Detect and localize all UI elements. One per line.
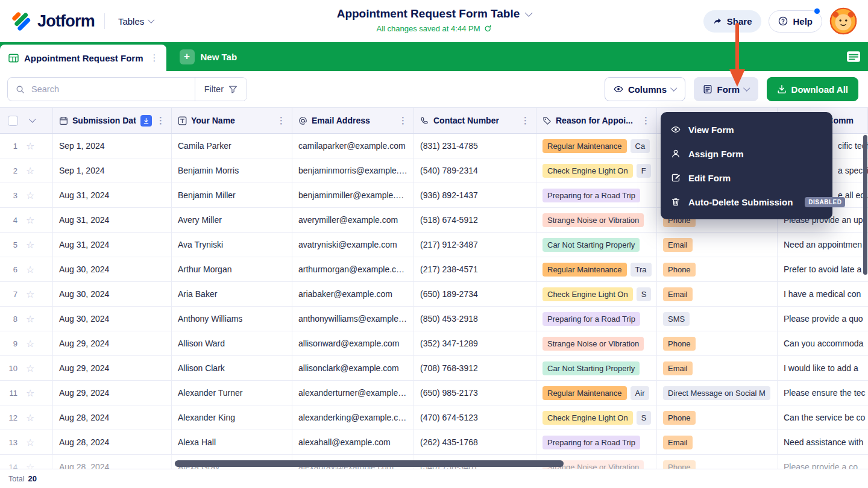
submission-date-cell[interactable]: Aug 28, 2024 <box>53 405 172 430</box>
row-handle-cell[interactable]: 10☆ <box>0 356 53 380</box>
email-cell[interactable]: averymiller@example.com <box>292 208 414 232</box>
contact-number-cell[interactable]: (518) 674-5912 <box>414 208 536 232</box>
search-input[interactable] <box>30 84 195 95</box>
column-header-your-name[interactable]: Your Name⋮ <box>172 108 292 133</box>
form-button[interactable]: Form <box>694 77 758 101</box>
your-name-cell[interactable]: Alexander King <box>172 405 292 430</box>
submission-date-cell[interactable]: Aug 28, 2024 <box>53 455 172 469</box>
your-name-cell[interactable]: Allison Ward <box>172 331 292 355</box>
row-handle-cell[interactable]: 13☆ <box>0 430 53 454</box>
row-handle-cell[interactable]: 9☆ <box>0 331 53 355</box>
star-icon[interactable]: ☆ <box>26 461 34 469</box>
reason-cell[interactable]: Car Not Starting Properly <box>536 233 657 257</box>
contact-number-cell[interactable]: (217) 912-3487 <box>414 233 536 257</box>
reason-cell[interactable]: Check Engine Light OnF <box>536 158 657 183</box>
contact-number-cell[interactable]: (708) 768-3912 <box>414 356 536 380</box>
comments-cell[interactable]: I have a medical con <box>778 282 868 306</box>
column-header-email-address[interactable]: Email Address⋮ <box>292 108 414 133</box>
column-header-submission-date[interactable]: Submission Date⋮ <box>53 108 172 133</box>
column-menu-icon[interactable]: ⋮ <box>398 115 407 126</box>
table-row-10[interactable]: 10☆Aug 29, 2024Allison Clarkallisonclark… <box>0 356 868 381</box>
your-name-cell[interactable]: Arthur Morgan <box>172 257 292 281</box>
contact-number-cell[interactable]: (217) 238-4571 <box>414 257 536 281</box>
column-header-contact-number[interactable]: Contact Number⋮ <box>414 108 536 133</box>
star-icon[interactable]: ☆ <box>26 387 34 399</box>
star-icon[interactable]: ☆ <box>26 289 34 300</box>
row-handle-cell[interactable]: 8☆ <box>0 307 53 331</box>
submission-date-cell[interactable]: Sep 1, 2024 <box>53 134 172 158</box>
vertical-scrollbar[interactable] <box>863 135 867 275</box>
contact-method-cell[interactable]: Email <box>657 282 778 306</box>
contact-method-cell[interactable]: Email <box>657 356 778 380</box>
reason-cell[interactable]: Preparing for a Road Trip <box>536 183 657 207</box>
comments-cell[interactable]: Please provide a co <box>778 455 868 469</box>
contact-number-cell[interactable]: (936) 892-1437 <box>414 183 536 207</box>
your-name-cell[interactable]: Ava Tryniski <box>172 233 292 257</box>
contact-number-cell[interactable]: (850) 453-2918 <box>414 307 536 331</box>
form-menu-item-view-form[interactable]: View Form <box>661 117 832 142</box>
star-icon[interactable]: ☆ <box>26 190 34 201</box>
sheet-list-button[interactable] <box>846 50 861 63</box>
table-row-8[interactable]: 8☆Aug 30, 2024Anthony Williamsanthonywil… <box>0 307 868 331</box>
reason-cell[interactable]: Check Engine Light OnS <box>536 405 657 430</box>
contact-number-cell[interactable]: (540) 789-2314 <box>414 158 536 183</box>
your-name-cell[interactable]: Benjamin Morris <box>172 158 292 183</box>
row-handle-cell[interactable]: 7☆ <box>0 282 53 306</box>
star-icon[interactable]: ☆ <box>26 239 34 251</box>
email-cell[interactable]: anthonywilliams@example.com <box>292 307 414 331</box>
tab-appointment-request-form[interactable]: Appointment Request Form ⋮ <box>0 45 166 71</box>
contact-number-cell[interactable]: (650) 985-2173 <box>414 381 536 405</box>
email-cell[interactable]: allisonclark@example.com <box>292 356 414 380</box>
your-name-cell[interactable]: Camila Parker <box>172 134 292 158</box>
sort-indicator-icon[interactable] <box>140 115 152 127</box>
row-handle-cell[interactable]: 1☆ <box>0 134 53 158</box>
download-all-button[interactable]: Download All <box>767 77 858 101</box>
email-cell[interactable]: ariabaker@example.com <box>292 282 414 306</box>
table-row-12[interactable]: 12☆Aug 28, 2024Alexander Kingalexanderki… <box>0 405 868 430</box>
reason-cell[interactable]: Preparing for a Road Trip <box>536 430 657 454</box>
contact-method-cell[interactable]: SMS <box>657 307 778 331</box>
comments-cell[interactable]: Can you accommoda <box>778 331 868 355</box>
email-cell[interactable]: avatryniski@example.com <box>292 233 414 257</box>
contact-method-cell[interactable]: Phone <box>657 455 778 469</box>
submission-date-cell[interactable]: Aug 29, 2024 <box>53 331 172 355</box>
submission-date-cell[interactable]: Aug 30, 2024 <box>53 257 172 281</box>
comments-cell[interactable]: Need an appointmen <box>778 233 868 257</box>
contact-method-cell[interactable]: Phone <box>657 405 778 430</box>
star-icon[interactable]: ☆ <box>26 140 34 152</box>
contact-number-cell[interactable]: (650) 189-2734 <box>414 282 536 306</box>
reason-cell[interactable]: Preparing for a Road Trip <box>536 307 657 331</box>
star-icon[interactable]: ☆ <box>26 214 34 226</box>
star-icon[interactable]: ☆ <box>26 264 34 275</box>
table-row-6[interactable]: 6☆Aug 30, 2024Arthur Morganarthurmorgan@… <box>0 257 868 282</box>
tables-menu-button[interactable]: Tables <box>115 16 157 27</box>
your-name-cell[interactable]: Allison Clark <box>172 356 292 380</box>
reason-cell[interactable]: Check Engine Light OnS <box>536 282 657 306</box>
contact-number-cell[interactable]: (470) 674-5123 <box>414 405 536 430</box>
comments-cell[interactable]: Prefer to avoid late a <box>778 257 868 281</box>
row-handle-cell[interactable]: 11☆ <box>0 381 53 405</box>
column-menu-icon[interactable]: ⋮ <box>156 115 165 126</box>
contact-method-cell[interactable]: Phone <box>657 331 778 355</box>
submission-date-cell[interactable]: Aug 28, 2024 <box>53 430 172 454</box>
your-name-cell[interactable]: Avery Miller <box>172 208 292 232</box>
row-handle-cell[interactable]: 6☆ <box>0 257 53 281</box>
table-row-11[interactable]: 11☆Aug 29, 2024Alexander Turneralexander… <box>0 381 868 405</box>
submission-date-cell[interactable]: Aug 31, 2024 <box>53 183 172 207</box>
comments-cell[interactable]: Need assistance with <box>778 430 868 454</box>
star-icon[interactable]: ☆ <box>26 437 34 448</box>
contact-number-cell[interactable]: (352) 347-1289 <box>414 331 536 355</box>
column-menu-icon[interactable]: ⋮ <box>521 115 530 126</box>
select-menu-chevron-icon[interactable] <box>29 116 36 123</box>
reason-cell[interactable]: Regular MaintenanceTra <box>536 257 657 281</box>
reason-cell[interactable]: Strange Noise or Vibration <box>536 331 657 355</box>
email-cell[interactable]: arthurmorgan@example.com <box>292 257 414 281</box>
your-name-cell[interactable]: Anthony Williams <box>172 307 292 331</box>
row-handle-cell[interactable]: 4☆ <box>0 208 53 232</box>
row-handle-cell[interactable]: 5☆ <box>0 233 53 257</box>
title-chevron-icon[interactable] <box>524 9 532 17</box>
contact-method-cell[interactable]: Email <box>657 233 778 257</box>
email-cell[interactable]: alexanderturner@example.com <box>292 381 414 405</box>
contact-number-cell[interactable]: (831) 231-4785 <box>414 134 536 158</box>
reason-cell[interactable]: Regular MaintenanceCa <box>536 134 657 158</box>
